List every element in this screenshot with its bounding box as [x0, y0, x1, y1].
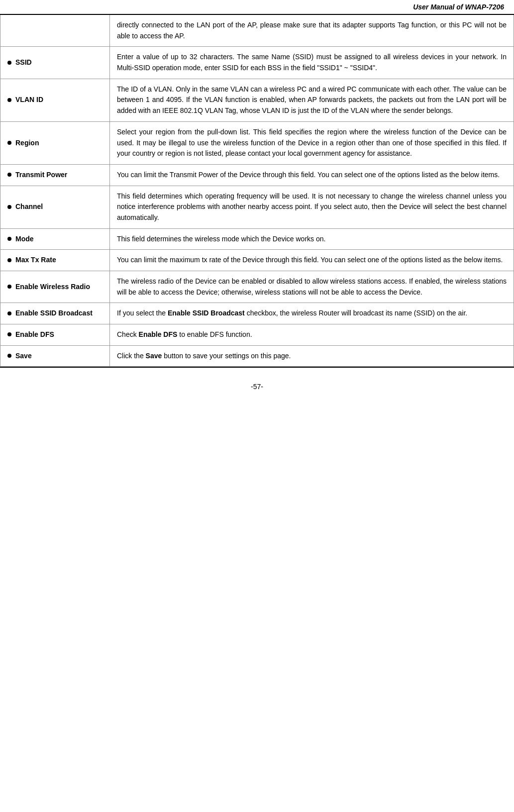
channel-desc: This field determines which operating fr… — [110, 186, 514, 228]
bold-save: Save — [146, 352, 162, 360]
table-row: Save Click the Save button to save your … — [0, 345, 514, 367]
bold-enable-dfs: Enable DFS — [139, 330, 178, 338]
bullet-icon — [7, 332, 11, 336]
bullet-icon — [7, 98, 11, 102]
enable-dfs-label: Enable DFS — [0, 324, 110, 346]
region-desc: Select your region from the pull-down li… — [110, 121, 514, 164]
enable-ssid-broadcast-label: Enable SSID Broadcast — [0, 303, 110, 324]
ssid-desc: Enter a value of up to 32 characters. Th… — [110, 47, 514, 79]
table-row: VLAN ID The ID of a VLAN. Only in the sa… — [0, 79, 514, 121]
save-label: Save — [0, 345, 110, 367]
table-row: Channel This field determines which oper… — [0, 186, 514, 228]
bullet-icon — [7, 285, 11, 289]
channel-label: Channel — [0, 186, 110, 228]
bold-enable-ssid-broadcast: Enable SSID Broadcast — [168, 309, 245, 317]
transmit-power-desc: You can limit the Transmit Power of the … — [110, 164, 514, 186]
table-row: Max Tx Rate You can limit the maximum tx… — [0, 250, 514, 271]
intro-label-cell — [0, 15, 110, 47]
max-tx-rate-label: Max Tx Rate — [0, 250, 110, 271]
bullet-icon — [7, 354, 11, 358]
table-row: Enable Wireless Radio The wireless radio… — [0, 271, 514, 303]
vlan-id-desc: The ID of a VLAN. Only in the same VLAN … — [110, 79, 514, 121]
page-footer: -57- — [0, 368, 514, 396]
table-row: Enable DFS Check Enable DFS to enable DF… — [0, 324, 514, 346]
region-label: Region — [0, 121, 110, 164]
vlan-id-label: VLAN ID — [0, 79, 110, 121]
table-row: Region Select your region from the pull-… — [0, 121, 514, 164]
bullet-icon — [7, 237, 11, 241]
intro-desc: directly connected to the LAN port of th… — [110, 15, 514, 47]
save-desc: Click the Save button to save your setti… — [110, 345, 514, 367]
bullet-icon — [7, 173, 11, 177]
enable-ssid-broadcast-desc: If you select the Enable SSID Broadcast … — [110, 303, 514, 324]
enable-dfs-desc: Check Enable DFS to enable DFS function. — [110, 324, 514, 346]
header-title: User Manual of WNAP-7206 — [413, 3, 504, 11]
page-number: -57- — [251, 383, 263, 391]
mode-label: Mode — [0, 228, 110, 250]
bullet-icon — [7, 258, 11, 262]
enable-wireless-radio-label: Enable Wireless Radio — [0, 271, 110, 303]
max-tx-rate-desc: You can limit the maximum tx rate of the… — [110, 250, 514, 271]
table-row: Transmit Power You can limit the Transmi… — [0, 164, 514, 186]
page-header: User Manual of WNAP-7206 — [0, 0, 514, 15]
bullet-icon — [7, 141, 11, 145]
enable-wireless-radio-desc: The wireless radio of the Device can be … — [110, 271, 514, 303]
table-row: Enable SSID Broadcast If you select the … — [0, 303, 514, 324]
ssid-label: SSID — [0, 47, 110, 79]
table-row: Mode This field determines the wireless … — [0, 228, 514, 250]
bullet-icon — [7, 311, 11, 315]
transmit-power-label: Transmit Power — [0, 164, 110, 186]
bullet-icon — [7, 61, 11, 65]
content-table: directly connected to the LAN port of th… — [0, 15, 514, 367]
table-row: SSID Enter a value of up to 32 character… — [0, 47, 514, 79]
bullet-icon — [7, 205, 11, 209]
intro-row: directly connected to the LAN port of th… — [0, 15, 514, 47]
mode-desc: This field determines the wireless mode … — [110, 228, 514, 250]
